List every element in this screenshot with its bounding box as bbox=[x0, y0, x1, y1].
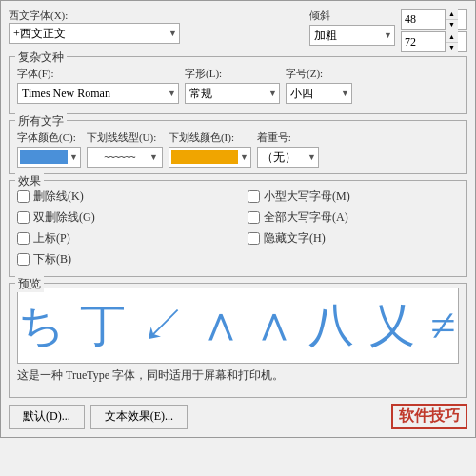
size-up-2[interactable]: ▲ bbox=[446, 31, 458, 43]
small-caps-row[interactable]: 小型大写字母(M) bbox=[248, 188, 459, 205]
style-label: 倾斜 bbox=[309, 9, 395, 23]
complex-font-label: 字体(F): bbox=[17, 67, 179, 81]
subscript-label: 下标(B) bbox=[33, 251, 71, 268]
complex-size-label: 字号(Z): bbox=[286, 67, 352, 81]
complex-size-select[interactable]: 小四 bbox=[286, 83, 352, 104]
double-strikethrough-checkbox[interactable] bbox=[17, 211, 30, 224]
effects-title: 效果 bbox=[15, 173, 44, 189]
preview-text: ち 丁 ↙ ∧ ∧ 八 乂 ≠ bbox=[18, 295, 457, 356]
size-section: ▲ ▼ ▲ ▼ bbox=[401, 9, 467, 52]
complex-font-select[interactable]: Times New Roman bbox=[17, 83, 179, 104]
underline-type-col: 下划线线型(U): ~~~~~~ ▼ bbox=[87, 130, 163, 168]
style-section: 倾斜 加粗 ▼ bbox=[309, 9, 395, 52]
western-font-label: 西文字体(X): bbox=[9, 9, 304, 23]
small-caps-checkbox[interactable] bbox=[248, 190, 260, 203]
complex-font-title: 复杂文种 bbox=[15, 50, 67, 66]
effects-group: 效果 删除线(K) 小型大写字母(M) 双删除线(G) 全部大写字母(A) 上标… bbox=[9, 180, 467, 277]
all-caps-label: 全部大写字母(A) bbox=[264, 209, 348, 226]
emphasis-col: 着重号: （无） ▼ bbox=[257, 130, 319, 168]
font-color-arrow-icon: ▼ bbox=[69, 152, 78, 162]
complex-size-select-wrapper: 小四 ▼ bbox=[286, 83, 352, 104]
all-text-title: 所有文字 bbox=[15, 113, 67, 129]
preview-info: 这是一种 TrueType 字体，同时适用于屏幕和打印机。 bbox=[17, 367, 459, 384]
button-row: 默认(D)... 文本效果(E)... 软件技巧 bbox=[9, 404, 467, 429]
size-down-2[interactable]: ▼ bbox=[446, 43, 458, 53]
size-down-1[interactable]: ▼ bbox=[446, 20, 458, 30]
strikethrough-checkbox[interactable] bbox=[17, 190, 30, 203]
subscript-checkbox[interactable] bbox=[17, 253, 30, 266]
preview-box: ち 丁 ↙ ∧ ∧ 八 乂 ≠ bbox=[17, 288, 459, 364]
preview-group: 预览 ち 丁 ↙ ∧ ∧ 八 乂 ≠ 这是一种 TrueType 字体，同时适用… bbox=[9, 283, 467, 398]
watermark-label: 软件技巧 bbox=[391, 404, 467, 429]
size-field-1[interactable] bbox=[402, 11, 445, 28]
western-font-section: 西文字体(X): +西文正文 ▼ bbox=[9, 9, 304, 52]
preview-title: 预览 bbox=[15, 276, 44, 292]
all-caps-checkbox[interactable] bbox=[248, 211, 260, 224]
complex-size-col: 字号(Z): 小四 ▼ bbox=[286, 67, 352, 104]
font-color-col: 字体颜色(C): ▼ bbox=[17, 130, 81, 168]
default-button[interactable]: 默认(D)... bbox=[9, 405, 85, 429]
emphasis-select-wrapper: （无） ▼ bbox=[257, 147, 319, 168]
font-color-label: 字体颜色(C): bbox=[17, 130, 81, 145]
complex-style-label: 字形(L): bbox=[185, 67, 280, 81]
superscript-label: 上标(P) bbox=[33, 230, 70, 247]
underline-type-arrow-icon: ▼ bbox=[149, 152, 158, 162]
superscript-row[interactable]: 上标(P) bbox=[17, 230, 228, 247]
superscript-checkbox[interactable] bbox=[17, 232, 30, 245]
hidden-checkbox[interactable] bbox=[248, 232, 260, 245]
strikethrough-label: 删除线(K) bbox=[33, 188, 84, 205]
underline-color-label: 下划线颜色(I): bbox=[169, 130, 251, 145]
complex-font-select-wrapper: Times New Roman ▼ bbox=[17, 83, 179, 104]
strikethrough-row[interactable]: 删除线(K) bbox=[17, 188, 228, 205]
font-color-swatch bbox=[20, 150, 68, 164]
subscript-row[interactable]: 下标(B) bbox=[17, 251, 228, 268]
emphasis-select[interactable]: （无） bbox=[257, 147, 319, 168]
western-font-select-wrapper: +西文正文 ▼ bbox=[9, 23, 180, 44]
underline-color-arrow-icon: ▼ bbox=[240, 152, 248, 162]
size-up-1[interactable]: ▲ bbox=[446, 9, 458, 20]
underline-type-preview: ~~~~~~ bbox=[91, 151, 148, 163]
complex-font-col: 字体(F): Times New Roman ▼ bbox=[17, 67, 179, 104]
size-input-1[interactable]: ▲ ▼ bbox=[401, 9, 467, 30]
size-input-2[interactable]: ▲ ▼ bbox=[401, 31, 467, 52]
size-spinners-1: ▲ ▼ bbox=[445, 9, 458, 30]
hidden-row[interactable]: 隐藏文字(H) bbox=[248, 230, 459, 247]
western-font-select[interactable]: +西文正文 bbox=[9, 23, 180, 44]
underline-color-swatch bbox=[171, 150, 238, 164]
emphasis-label: 着重号: bbox=[257, 130, 319, 145]
underline-type-label: 下划线线型(U): bbox=[87, 130, 163, 145]
size-spinners-2: ▲ ▼ bbox=[445, 31, 458, 52]
style-select-wrapper: 加粗 ▼ bbox=[309, 25, 395, 46]
hidden-label: 隐藏文字(H) bbox=[264, 230, 326, 247]
style-select[interactable]: 加粗 bbox=[309, 25, 395, 46]
size-field-2[interactable] bbox=[402, 34, 445, 50]
complex-style-select-wrapper: 常规 ▼ bbox=[185, 83, 280, 104]
font-color-button[interactable]: ▼ bbox=[17, 147, 81, 168]
double-strikethrough-row[interactable]: 双删除线(G) bbox=[17, 209, 228, 226]
double-strikethrough-label: 双删除线(G) bbox=[33, 209, 95, 226]
all-text-group: 所有文字 字体颜色(C): ▼ 下划线线型(U): ~~~~~~ ▼ 下划线颜色… bbox=[9, 120, 467, 174]
text-effect-button[interactable]: 文本效果(E)... bbox=[90, 405, 188, 429]
underline-color-button[interactable]: ▼ bbox=[169, 147, 251, 168]
all-caps-row[interactable]: 全部大写字母(A) bbox=[248, 209, 459, 226]
small-caps-label: 小型大写字母(M) bbox=[264, 188, 350, 205]
underline-color-col: 下划线颜色(I): ▼ bbox=[169, 130, 251, 168]
underline-type-button[interactable]: ~~~~~~ ▼ bbox=[87, 147, 163, 168]
font-dialog: 西文字体(X): +西文正文 ▼ 倾斜 加粗 ▼ ▲ ▼ bbox=[0, 0, 476, 438]
complex-style-select[interactable]: 常规 bbox=[185, 83, 280, 104]
complex-style-col: 字形(L): 常规 ▼ bbox=[185, 67, 280, 104]
complex-font-group: 复杂文种 字体(F): Times New Roman ▼ 字形(L): 常规 … bbox=[9, 56, 467, 114]
